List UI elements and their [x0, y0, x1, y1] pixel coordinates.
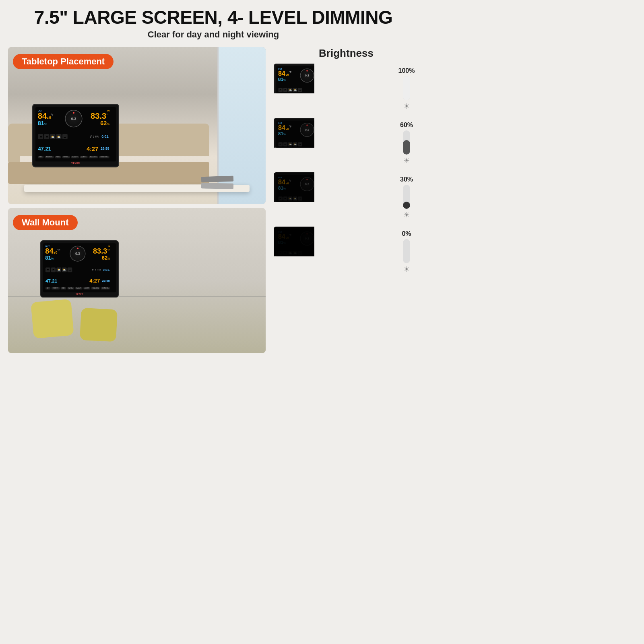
time-display: 4:27 29.58 [87, 145, 109, 152]
tabletop-device-container: OUT 84.0°F 81% [32, 104, 153, 192]
subtitle: Clear for day and night viewing [4, 29, 423, 40]
cell-in-temp-w: IN 83.3°F 62% [87, 244, 111, 263]
brightness-item-30: OUT 84.0°F 81% 0.3 [274, 172, 419, 223]
forecast-icons: 🌧 🌧 ⛅ ⛅ ☁ [38, 134, 67, 139]
sofa-arm [8, 132, 20, 164]
brightness-item-60: OUT 84.0°F 81% 0.3 [274, 118, 419, 169]
ws-display: OUT 84.0°F 81% [35, 107, 116, 161]
sun-icon-100: ☀ [403, 102, 410, 111]
cell-in-temp: IN 83.3°F 62% [85, 108, 111, 128]
book-2 [201, 183, 233, 189]
slider-fill-30 [403, 202, 410, 209]
sun-icon-0: ☀ [403, 265, 410, 274]
forecast-icon-1: 🌧 [38, 134, 43, 139]
brightness-screen-30: OUT 84.0°F 81% 0.3 [274, 172, 390, 223]
sun-icon-60: ☀ [403, 156, 410, 165]
tabletop-label-overlay: Tabletop Placement [13, 52, 114, 72]
main-title: 7.5" LARGE SCREEN, 4- LEVEL DIMMING [4, 7, 423, 28]
header: 7.5" LARGE SCREEN, 4- LEVEL DIMMING Clea… [0, 0, 427, 43]
brightness-controls-100: 100% ☀ [394, 67, 419, 111]
brightness-item-100: OUT 84.0°F 81% 0.3 [274, 64, 419, 115]
ws-display-wall: OUT 84.0°F 81% [43, 243, 116, 292]
slider-0[interactable] [403, 239, 410, 263]
wallmount-label: Wall Mount [13, 215, 78, 230]
vevor-logo: VEVOR [35, 162, 116, 164]
in-humidity: 62% [85, 120, 109, 127]
forecast-icon-3: ⛅ [50, 134, 56, 139]
station-id: 47.21 [38, 146, 51, 152]
left-panel: Tabletop Placement OUT 84.0°F [8, 47, 266, 353]
tabletop-label: Tabletop Placement [13, 54, 114, 69]
slider-60[interactable] [403, 130, 410, 155]
brightness-controls-0: 0% ☀ [394, 230, 419, 274]
sun-icon-30: ☀ [403, 211, 410, 219]
cell-time-w: 47.21 4:27 29.58 [44, 277, 111, 285]
forecast-icon-4: ⛅ [56, 134, 62, 139]
compass: 0.3 [65, 110, 82, 127]
brightness-controls-30: 30% ☀ [394, 176, 419, 219]
forecast-icon-5: ☁ [62, 134, 68, 139]
wallmount-label-overlay: Wall Mount [13, 213, 78, 233]
book-1 [201, 175, 233, 182]
slider-30[interactable] [403, 185, 410, 209]
percent-60: 60% [400, 122, 413, 129]
cell-buttons-w: SET TEMP/°F RAIN WIND+ DAQ/°F ALERT MAX/… [44, 285, 111, 291]
slider-100[interactable] [403, 76, 410, 100]
main-content: Tabletop Placement OUT 84.0°F [0, 43, 427, 357]
brightness-screen-0: OUT 84.0°F 81% 0.3 [274, 227, 390, 278]
mid-info: 5° 5 FRI 0.01. [90, 134, 109, 138]
cell-compass-w: 0.3 [68, 244, 87, 263]
weather-station-wall: OUT 84.0°F 81% [40, 240, 119, 297]
brightness-item-0: OUT 84.0°F 81% 0.3 [274, 227, 419, 278]
cell-middle-w: 🌧 🌧 ⛅ ⛅ ☁ 5° 5 FRI 0.01. [44, 263, 111, 277]
cell-time: 47.21 4:27 29.58 [37, 144, 111, 153]
cell-compass: 0.3 [64, 108, 84, 128]
slider-fill-60 [403, 140, 410, 155]
wallmount-section: Wall Mount OUT 84.0°F 81% [8, 208, 266, 353]
tabletop-section: Tabletop Placement OUT 84.0°F [8, 47, 266, 204]
brightness-title: Brightness [274, 47, 419, 60]
out-temp-big: 84.0°F [38, 112, 62, 120]
cell-out-temp: OUT 84.0°F 81% [37, 108, 63, 128]
out-humidity: 81% [38, 120, 62, 127]
weather-station-tabletop: OUT 84.0°F 81% [32, 104, 119, 167]
percent-0: 0% [402, 230, 411, 237]
percent-100: 100% [398, 67, 415, 74]
brightness-controls-60: 60% ☀ [394, 122, 419, 165]
cell-middle: 🌧 🌧 ⛅ ⛅ ☁ 5° 5 FRI 0.01. [37, 129, 111, 144]
vevor-logo-wall: VEVOR [43, 293, 116, 295]
in-temp-big: 83.3°F [85, 112, 109, 120]
books [201, 176, 233, 189]
brightness-items: OUT 84.0°F 81% 0.3 [274, 64, 419, 278]
compass-value: 0.3 [71, 116, 76, 121]
cell-buttons: SET TEMP/°F RAIN WIND+ DAQ/°F ALERT MAX/… [37, 153, 111, 160]
compass-dot [73, 112, 74, 114]
forecast-icon-2: 🌧 [44, 134, 50, 139]
percent-30: 30% [400, 176, 413, 183]
brightness-screen-100: OUT 84.0°F 81% 0.3 [274, 64, 390, 115]
right-panel: Brightness OUT 84.0°F 81% [266, 47, 419, 353]
slider-fill-100 [403, 76, 410, 100]
wall-device-container: OUT 84.0°F 81% [40, 240, 161, 328]
cell-out-temp-w: OUT 84.0°F 81% [44, 244, 68, 263]
brightness-screen-60: OUT 84.0°F 81% 0.3 [274, 118, 390, 169]
